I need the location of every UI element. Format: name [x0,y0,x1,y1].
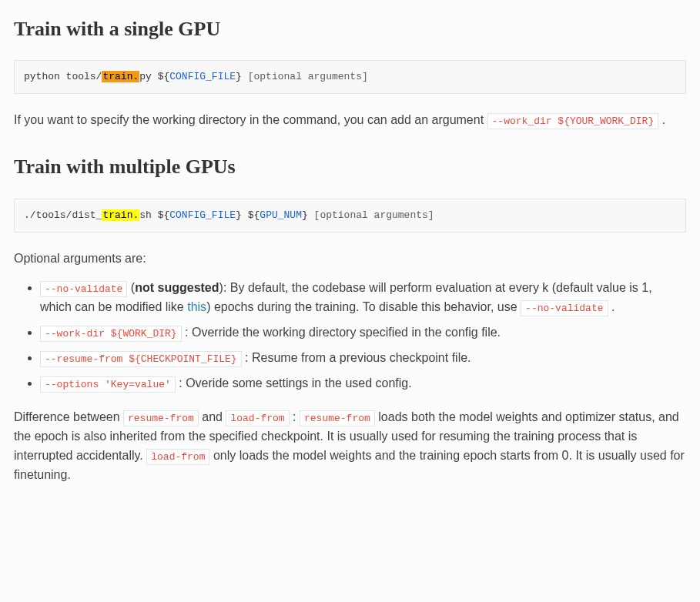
options-list: --no-validate (not suggested): By defaul… [14,279,686,393]
code-multi-gpu: ./tools/dist_train.sh ${CONFIG_FILE} ${G… [14,199,686,232]
code-text [242,71,248,82]
code-text: } [236,209,242,221]
text: If you want to specify the working direc… [14,113,487,126]
text: and [202,410,226,423]
text: . [608,300,615,313]
paragraph-optional-intro: Optional arguments are: [14,249,686,269]
search-highlight: train. [102,209,139,221]
inline-code: resume-from [123,410,199,426]
code-var: CONFIG_FILE [169,71,236,82]
inline-code: load-from [226,410,289,426]
text: ( [127,281,135,294]
code-single-gpu: python tools/train.py ${CONFIG_FILE} [op… [14,60,686,94]
text: ) epochs during the training. To disable… [206,300,521,313]
text: . [662,113,665,126]
code-text: ./tools/dist_ [24,209,102,221]
code-text [242,209,248,221]
code-text: sh [139,209,157,221]
inline-code: resume-from [300,410,375,426]
inline-code: --resume-from ${CHECKPOINT_FILE} [40,351,242,367]
paragraph-difference: Difference between resume-from and load-… [14,408,686,484]
code-text: } [236,71,242,82]
text: : Override the working directory specifi… [182,326,501,339]
link-this[interactable]: this [187,300,206,313]
text: Difference between [14,410,123,423]
list-item: --resume-from ${CHECKPOINT_FILE} : Resum… [40,349,686,368]
code-text: $ [248,209,254,221]
text: : Overide some settings in the used conf… [176,376,412,390]
inline-code: --options 'Key=value' [40,376,176,393]
strong-text: not suggested [135,281,219,294]
code-text: python tools/ [24,71,102,82]
inline-code: --work_dir ${YOUR_WORK_DIR} [487,113,659,129]
paragraph-work-dir: If you want to specify the working direc… [14,111,686,130]
text: : Resume from a previous checkpoint file… [242,351,471,364]
inline-code: load-from [146,449,209,465]
code-text [308,209,314,221]
code-var: CONFIG_FILE [169,209,236,221]
heading-single-gpu: Train with a single GPU [14,14,686,45]
list-item: --options 'Key=value' : Overide some set… [40,374,686,393]
heading-multi-gpu: Train with multiple GPUs [14,152,686,182]
inline-code: --no-validate [40,281,127,297]
code-text: } [302,209,308,221]
inline-code: --work-dir ${WORK_DIR} [40,326,182,342]
code-text: py [139,71,157,82]
list-item: --no-validate (not suggested): By defaul… [40,279,686,317]
code-text: [optional arguments] [248,71,368,82]
search-highlight: train. [102,71,139,82]
list-item: --work-dir ${WORK_DIR} : Override the wo… [40,323,686,343]
code-text: [optional arguments] [314,209,434,221]
inline-code: --no-validate [521,300,608,316]
text: : [293,410,300,423]
code-var: GPU_NUM [260,209,302,221]
